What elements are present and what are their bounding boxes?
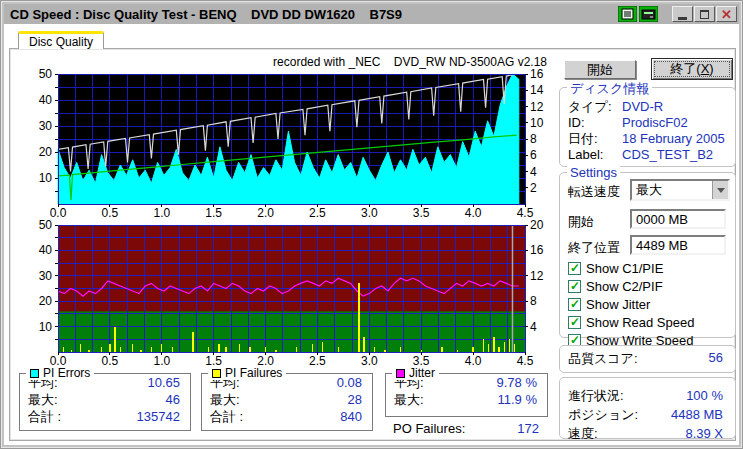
svg-text:20: 20 xyxy=(39,294,53,308)
exit-button-label: 終了(X) xyxy=(670,60,713,78)
disc-info-value: ProdiscF02 xyxy=(622,115,729,131)
svg-text:8: 8 xyxy=(530,294,537,308)
disc-info-value: DVD-R xyxy=(622,99,729,115)
svg-text:12: 12 xyxy=(530,100,544,114)
pi-errors-title: PI Errors xyxy=(43,366,90,380)
svg-text:40: 40 xyxy=(39,243,53,257)
stat-value: 840 xyxy=(340,408,362,425)
start-position-input[interactable] xyxy=(630,209,726,229)
jitter-legend: Jitter xyxy=(392,366,439,380)
svg-text:14: 14 xyxy=(530,83,544,97)
po-failures-value: 172 xyxy=(517,421,539,436)
disc-info-value: 18 February 2005 xyxy=(622,131,729,147)
minimize-icon xyxy=(678,17,687,20)
svg-text:3.0: 3.0 xyxy=(361,354,378,368)
transfer-speed-value: 最大 xyxy=(636,181,662,199)
svg-text:10: 10 xyxy=(39,320,53,334)
disc-info-label: 日付: xyxy=(568,131,622,147)
show-c2-pif-checkbox[interactable] xyxy=(568,280,581,293)
stat-label: 最大: xyxy=(394,391,424,408)
end-position-input[interactable] xyxy=(630,235,726,255)
progress-label: 進行状況: xyxy=(568,386,624,405)
checkbox-label: Show C1/PIE xyxy=(586,261,663,276)
exit-button[interactable]: 終了(X) xyxy=(651,58,733,80)
svg-text:0.5: 0.5 xyxy=(102,206,119,220)
pi-errors-box: PI Errors 平均:10.65 最大:46 合計 :135742 xyxy=(19,373,191,431)
chevron-down-icon xyxy=(712,181,728,199)
svg-text:0.0: 0.0 xyxy=(50,206,67,220)
stat-label: 合計 : xyxy=(210,408,243,425)
tab-disc-quality[interactable]: Disc Quality xyxy=(18,31,104,49)
checkbox-label: Show Read Speed xyxy=(586,315,694,330)
stat-value: 0.08 xyxy=(337,374,362,391)
maximize-icon xyxy=(700,10,709,19)
start-button[interactable]: 開始 xyxy=(564,60,636,79)
po-failures-row: PO Failures: 172 xyxy=(393,421,539,436)
svg-text:4.5: 4.5 xyxy=(517,354,534,368)
position-label: ポジション: xyxy=(568,405,638,424)
speed-value: 8.39 X xyxy=(685,424,723,443)
svg-text:50: 50 xyxy=(39,218,53,232)
stat-label: 合計 : xyxy=(28,408,61,425)
svg-text:40: 40 xyxy=(39,93,53,107)
svg-text:20: 20 xyxy=(530,218,544,232)
pi-failures-title: PI Failures xyxy=(225,366,282,380)
settings-title: Settings xyxy=(567,165,620,180)
disc-info-title: ディスク情報 xyxy=(567,80,652,98)
end-position-label: 終了位置 xyxy=(568,239,620,257)
start-button-label: 開始 xyxy=(587,61,613,79)
maximize-button[interactable] xyxy=(694,6,715,22)
settings-group: Settings 転送速度 最大 開始 終了位置 Show C1/PIE Sho… xyxy=(559,172,736,338)
window-title: CD Speed : Disc Quality Test - BENQ DVD … xyxy=(10,7,402,22)
transfer-speed-select[interactable]: 最大 xyxy=(630,179,730,201)
svg-text:10: 10 xyxy=(39,171,53,185)
stat-label: 最大: xyxy=(28,391,58,408)
svg-text:50: 50 xyxy=(39,67,53,81)
svg-text:2.0: 2.0 xyxy=(257,206,274,220)
jitter-title: Jitter xyxy=(409,366,435,380)
svg-text:16: 16 xyxy=(530,243,544,257)
svg-text:2: 2 xyxy=(530,181,537,195)
client-area: Disc Quality recorded with _NEC DVD_RW N… xyxy=(4,24,739,445)
svg-text:4.0: 4.0 xyxy=(465,206,482,220)
svg-text:3.0: 3.0 xyxy=(361,206,378,220)
pi-failures-color-swatch xyxy=(212,369,221,378)
titlebar: CD Speed : Disc Quality Test - BENQ DVD … xyxy=(4,4,739,24)
drive-icon[interactable] xyxy=(639,6,658,22)
disc-info-group: ディスク情報 タイプ:DVD-R ID:ProdiscF02 日付:18 Feb… xyxy=(559,87,736,167)
stat-value: 28 xyxy=(348,391,362,408)
pi-errors-legend: PI Errors xyxy=(26,366,94,380)
pi-failures-legend: PI Failures xyxy=(208,366,286,380)
stat-value: 46 xyxy=(166,391,180,408)
minimize-button[interactable] xyxy=(672,6,693,22)
svg-text:12: 12 xyxy=(530,269,544,283)
speed-label: 速度: xyxy=(568,424,598,443)
disc-info-label: タイプ: xyxy=(568,99,622,115)
stat-value: 135742 xyxy=(137,408,180,425)
svg-text:30: 30 xyxy=(39,119,53,133)
tab-label: Disc Quality xyxy=(29,35,93,49)
close-icon: ✕ xyxy=(721,8,732,21)
disc-info-value: CDS_TEST_B2 xyxy=(622,147,729,163)
progress-group: 進行状況:100 % ポジション:4488 MB 速度:8.39 X xyxy=(559,377,736,439)
close-button[interactable]: ✕ xyxy=(716,6,737,22)
disc-info-label: Label: xyxy=(568,147,622,163)
position-value: 4488 MB xyxy=(671,405,723,424)
svg-text:10: 10 xyxy=(530,116,544,130)
show-jitter-checkbox[interactable] xyxy=(568,298,581,311)
svg-text:1.0: 1.0 xyxy=(153,354,170,368)
pi-errors-color-swatch xyxy=(30,369,39,378)
stat-value: 11.9 % xyxy=(497,391,537,408)
svg-text:3.5: 3.5 xyxy=(413,206,430,220)
pi-failures-box: PI Failures 平均:0.08 最大:28 合計 :840 xyxy=(201,373,373,431)
svg-text:1.5: 1.5 xyxy=(205,206,222,220)
show-c1-pie-checkbox[interactable] xyxy=(568,262,581,275)
progress-value: 100 % xyxy=(686,386,723,405)
svg-text:4: 4 xyxy=(530,320,537,334)
svg-text:4: 4 xyxy=(530,165,537,179)
svg-text:20: 20 xyxy=(39,145,53,159)
quality-score-group: 品質スコア: 56 xyxy=(559,345,736,373)
stat-value: 9.78 % xyxy=(497,374,537,391)
show-read-speed-checkbox[interactable] xyxy=(568,316,581,329)
notepad-icon[interactable] xyxy=(618,6,637,22)
